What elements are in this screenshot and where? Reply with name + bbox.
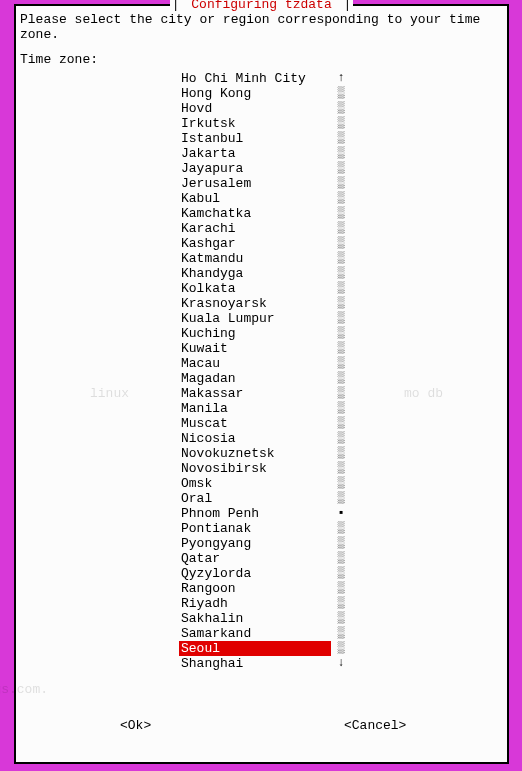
cancel-button[interactable]: <Cancel> <box>344 718 406 733</box>
list-item[interactable]: Krasnoyarsk <box>179 296 331 311</box>
list-item[interactable]: Katmandu <box>179 251 331 266</box>
scroll-track[interactable]: ▒ <box>336 281 346 296</box>
list-item[interactable]: Shanghai <box>179 656 331 671</box>
list-item[interactable]: Novosibirsk <box>179 461 331 476</box>
scroll-track[interactable]: ▒ <box>336 116 346 131</box>
scroll-track[interactable]: ▒ <box>336 566 346 581</box>
scroll-track[interactable]: ▒ <box>336 626 346 641</box>
list-item[interactable]: Oral <box>179 491 331 506</box>
list-item[interactable]: Riyadh <box>179 596 331 611</box>
list-item[interactable]: Jayapura <box>179 161 331 176</box>
scroll-track[interactable]: ▒ <box>336 536 346 551</box>
list-item[interactable]: Magadan <box>179 371 331 386</box>
tzdata-dialog: | Configuring tzdata | Please select the… <box>14 4 509 764</box>
scroll-track[interactable]: ▒ <box>336 461 346 476</box>
ok-button[interactable]: <Ok> <box>120 718 151 733</box>
scroll-track[interactable]: ▒ <box>336 611 346 626</box>
scroll-track[interactable]: ▒ <box>336 266 346 281</box>
scroll-track[interactable]: ▒ <box>336 431 346 446</box>
scroll-track[interactable]: ▒ <box>336 641 346 656</box>
scroll-track[interactable]: ▒ <box>336 356 346 371</box>
list-item[interactable]: Khandyga <box>179 266 331 281</box>
dialog-title-bar: | Configuring tzdata | <box>16 0 507 12</box>
field-label: Time zone: <box>20 52 503 67</box>
scroll-track[interactable]: ▒ <box>336 311 346 326</box>
scroll-track[interactable]: ▒ <box>336 596 346 611</box>
list-item[interactable]: Qatar <box>179 551 331 566</box>
list-item[interactable]: Nicosia <box>179 431 331 446</box>
scrollbar[interactable]: ↑▒▒▒▒▒▒▒▒▒▒▒▒▒▒▒▒▒▒▒▒▒▒▒▒▒▒▒▒▪▒▒▒▒▒▒▒▒▒↓ <box>336 71 346 671</box>
list-item[interactable]: Pontianak <box>179 521 331 536</box>
list-item[interactable]: Karachi <box>179 221 331 236</box>
list-item[interactable]: Makassar <box>179 386 331 401</box>
list-item[interactable]: Rangoon <box>179 581 331 596</box>
list-item[interactable]: Kamchatka <box>179 206 331 221</box>
list-item[interactable]: Kolkata <box>179 281 331 296</box>
scroll-track[interactable]: ▒ <box>336 491 346 506</box>
scroll-track[interactable]: ▒ <box>336 221 346 236</box>
scroll-track[interactable]: ▒ <box>336 521 346 536</box>
list-item[interactable]: Hovd <box>179 101 331 116</box>
scroll-up-arrow-icon[interactable]: ↑ <box>336 71 346 86</box>
scroll-track[interactable]: ▒ <box>336 401 346 416</box>
list-item[interactable]: Hong Kong <box>179 86 331 101</box>
list-item[interactable]: Kuwait <box>179 341 331 356</box>
scroll-track[interactable]: ▒ <box>336 101 346 116</box>
scroll-track[interactable]: ▒ <box>336 131 346 146</box>
list-item[interactable]: Jakarta <box>179 146 331 161</box>
list-item[interactable]: Samarkand <box>179 626 331 641</box>
list-item[interactable]: Seoul <box>179 641 331 656</box>
scroll-track[interactable]: ▒ <box>336 146 346 161</box>
list-item[interactable]: Phnom Penh <box>179 506 331 521</box>
scroll-track[interactable]: ▒ <box>336 476 346 491</box>
list-item[interactable]: Jerusalem <box>179 176 331 191</box>
title-pipe-left: | <box>172 0 180 12</box>
scroll-track[interactable]: ▒ <box>336 206 346 221</box>
list-item[interactable]: Pyongyang <box>179 536 331 551</box>
list-item[interactable]: Sakhalin <box>179 611 331 626</box>
list-item[interactable]: Ho Chi Minh City <box>179 71 331 86</box>
scroll-track[interactable]: ▒ <box>336 191 346 206</box>
list-item[interactable]: Kuala Lumpur <box>179 311 331 326</box>
list-item[interactable]: Istanbul <box>179 131 331 146</box>
list-item[interactable]: Kabul <box>179 191 331 206</box>
list-item[interactable]: Omsk <box>179 476 331 491</box>
scroll-track[interactable]: ▒ <box>336 386 346 401</box>
list-item[interactable]: Muscat <box>179 416 331 431</box>
button-row: <Ok> <Cancel> <box>16 718 507 736</box>
scroll-thumb[interactable]: ▪ <box>336 506 346 521</box>
scroll-track[interactable]: ▒ <box>336 341 346 356</box>
list-item[interactable]: Irkutsk <box>179 116 331 131</box>
scroll-track[interactable]: ▒ <box>336 551 346 566</box>
scroll-track[interactable]: ▒ <box>336 581 346 596</box>
list-item[interactable]: Manila <box>179 401 331 416</box>
timezone-list-area: Ho Chi Minh CityHong KongHovdIrkutskIsta… <box>20 71 503 671</box>
scroll-track[interactable]: ▒ <box>336 161 346 176</box>
scroll-track[interactable]: ▒ <box>336 176 346 191</box>
prompt-text: Please select the city or region corresp… <box>20 12 503 42</box>
scroll-track[interactable]: ▒ <box>336 86 346 101</box>
scroll-track[interactable]: ▒ <box>336 371 346 386</box>
scroll-track[interactable]: ▒ <box>336 251 346 266</box>
dialog-title: Configuring tzdata <box>191 0 331 12</box>
scroll-track[interactable]: ▒ <box>336 446 346 461</box>
list-item[interactable]: Kuching <box>179 326 331 341</box>
list-item[interactable]: Qyzylorda <box>179 566 331 581</box>
title-pipe-right: | <box>344 0 352 12</box>
list-item[interactable]: Novokuznetsk <box>179 446 331 461</box>
scroll-down-arrow-icon[interactable]: ↓ <box>336 656 346 671</box>
scroll-track[interactable]: ▒ <box>336 326 346 341</box>
scroll-track[interactable]: ▒ <box>336 416 346 431</box>
list-item[interactable]: Kashgar <box>179 236 331 251</box>
list-item[interactable]: Macau <box>179 356 331 371</box>
scroll-track[interactable]: ▒ <box>336 236 346 251</box>
timezone-list[interactable]: Ho Chi Minh CityHong KongHovdIrkutskIsta… <box>179 71 331 671</box>
scroll-track[interactable]: ▒ <box>336 296 346 311</box>
